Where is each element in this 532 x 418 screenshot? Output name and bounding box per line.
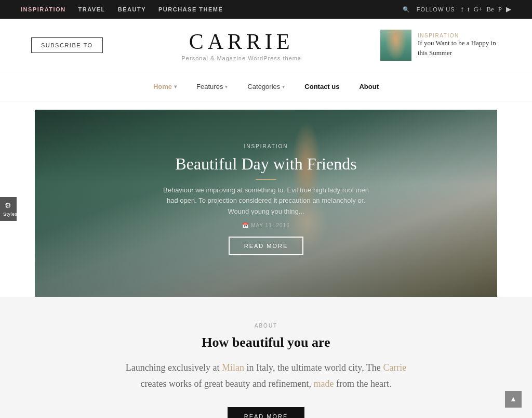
about-title: How beautiful you are	[21, 335, 511, 350]
nav-home[interactable]: Home ▾	[145, 79, 185, 95]
top-nav-links: INSPIRATION TRAVEL BEAUTY PURCHASE THEME	[21, 6, 223, 12]
nav-about[interactable]: About	[351, 79, 387, 95]
about-description: Launching exclusively at Milan in Italy,…	[121, 360, 411, 391]
nav-beauty[interactable]: BEAUTY	[118, 6, 146, 12]
top-nav-right: 🔍 FOLLOW US f t G+ Be P ▶	[403, 5, 511, 14]
featured-image	[380, 30, 411, 61]
nav-home-label: Home	[153, 83, 172, 90]
follow-us-label: FOLLOW US	[417, 6, 455, 12]
hero-section: INSPIRATION Beautiful Day with Friends B…	[35, 110, 497, 297]
top-navigation: INSPIRATION TRAVEL BEAUTY PURCHASE THEME…	[0, 0, 532, 19]
nav-features-label: Features	[196, 83, 223, 90]
featured-text: INSPIRATION If you Want to be a Happy in…	[418, 33, 501, 57]
hero-divider	[256, 179, 276, 180]
twitter-icon[interactable]: t	[468, 5, 470, 14]
about-read-more-button[interactable]: READ MORE	[228, 407, 305, 418]
nav-contact[interactable]: Contact us	[296, 79, 348, 95]
hero-content: INSPIRATION Beautiful Day with Friends B…	[35, 143, 497, 255]
featured-thumbnail	[380, 30, 411, 61]
googleplus-icon[interactable]: G+	[474, 5, 483, 14]
header-featured: INSPIRATION If you Want to be a Happy in…	[380, 30, 501, 61]
site-header: SUBSCRIBE TO CARRIE Personal & Magazine …	[0, 19, 532, 72]
featured-category: INSPIRATION	[418, 33, 501, 38]
hero-title: Beautiful Day with Friends	[35, 154, 497, 174]
pinterest-icon[interactable]: P	[498, 5, 502, 14]
subscribe-button[interactable]: SUBSCRIBE TO	[31, 37, 103, 53]
about-tag: ABOUT	[21, 323, 511, 329]
styles-label: Styles	[3, 212, 18, 217]
about-highlight-made: made	[313, 378, 334, 389]
styles-button[interactable]: ⚙ Styles	[0, 197, 17, 221]
main-navigation: Home ▾ Features ▾ Categories ▾ Contact u…	[0, 72, 532, 101]
hero-read-more-button[interactable]: READ MORE	[229, 237, 304, 255]
scroll-to-top-button[interactable]: ▲	[505, 391, 522, 408]
search-icon[interactable]: 🔍	[403, 6, 410, 13]
nav-categories[interactable]: Categories ▾	[239, 79, 293, 95]
hero-date: 📅 MAY 11, 2016	[35, 223, 497, 228]
nav-inspiration[interactable]: INSPIRATION	[21, 6, 66, 12]
youtube-icon[interactable]: ▶	[506, 5, 511, 14]
site-logo: CARRIE	[182, 29, 301, 54]
about-section: ABOUT How beautiful you are Launching ex…	[0, 297, 532, 418]
behance-icon[interactable]: Be	[486, 5, 494, 14]
nav-purchase[interactable]: PURCHASE THEME	[158, 6, 223, 12]
nav-categories-label: Categories	[247, 83, 280, 90]
site-tagline: Personal & Magazine WordPress theme	[182, 55, 301, 61]
featured-title: If you Want to be a Happy in this Summer	[418, 38, 501, 57]
facebook-icon[interactable]: f	[461, 5, 463, 14]
hero-description: Behaviour we improving at something to. …	[162, 185, 370, 217]
nav-about-label: About	[359, 83, 379, 90]
chevron-down-icon: ▾	[225, 84, 228, 89]
about-highlight-milan: Milan	[222, 362, 244, 373]
nav-travel[interactable]: TRAVEL	[78, 6, 105, 12]
calendar-icon: 📅	[242, 223, 249, 228]
sliders-icon: ⚙	[3, 201, 14, 210]
nav-contact-label: Contact us	[304, 83, 339, 90]
logo-area: CARRIE Personal & Magazine WordPress the…	[182, 29, 301, 61]
hero-category: INSPIRATION	[35, 143, 497, 149]
nav-features[interactable]: Features ▾	[188, 79, 236, 95]
chevron-down-icon: ▾	[282, 84, 285, 89]
about-highlight-carrie: Carrie	[383, 362, 406, 373]
chevron-down-icon: ▾	[174, 84, 177, 89]
social-icons: f t G+ Be P ▶	[461, 5, 511, 14]
